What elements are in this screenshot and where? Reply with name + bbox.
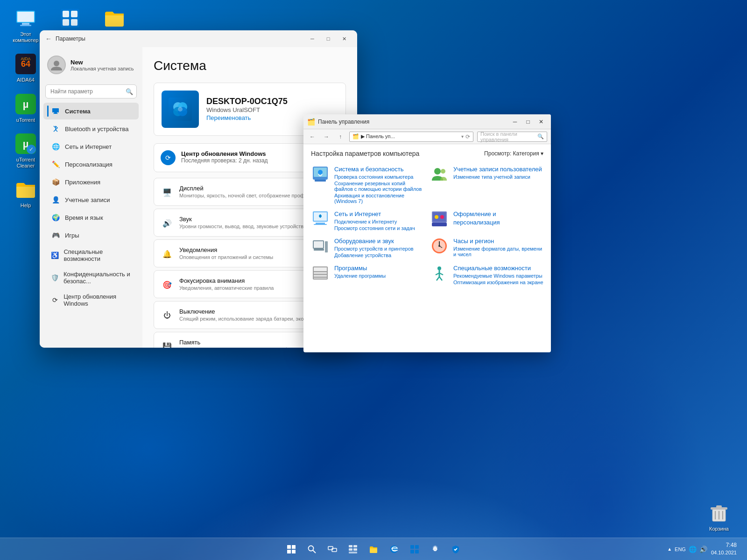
desktop-icon-aida64[interactable]: 64 AIDA AIDA64 (7, 53, 44, 83)
sidebar-item-accounts[interactable]: 👤 Учетные записи (43, 191, 139, 208)
taskbar-task-view-button[interactable] (323, 540, 342, 559)
taskbar-date-display: 04.10.2021 (711, 549, 737, 556)
sidebar-item-time[interactable]: 🌍 Время и язык (43, 209, 139, 226)
settings-search-input[interactable] (45, 84, 137, 98)
settings-minimize-button[interactable]: ─ (305, 31, 320, 46)
systray-volume[interactable]: 🔊 (699, 546, 707, 553)
network-link-1[interactable]: Подключение к Интернету (334, 219, 424, 224)
desktop-icon-this-pc[interactable]: Этот компьютер (7, 7, 44, 43)
systray-arrow[interactable]: ▲ (667, 546, 672, 552)
user-accounts-title[interactable]: Учетные записи пользователей (453, 166, 542, 173)
taskbar-start-button[interactable] (282, 540, 301, 559)
cp-forward-button[interactable]: → (321, 132, 331, 142)
cp-category-clock[interactable]: Часы и регион Изменение форматов даты, в… (430, 237, 543, 258)
utorrent-label: uTorrent (16, 117, 35, 123)
system-security-link-2[interactable]: Сохранение резервных копий файлов с помо… (334, 181, 424, 192)
cp-up-button[interactable]: ↑ (335, 132, 345, 142)
appearance-title[interactable]: Оформление и персонализация (453, 210, 500, 226)
svg-rect-80 (353, 548, 357, 551)
cp-view-select[interactable]: Просмотр: Категория ▾ (484, 150, 543, 157)
cp-category-network[interactable]: Сеть и Интернет Подключение к Интернету … (311, 210, 424, 231)
hardware-title[interactable]: Оборудование и звук (334, 238, 394, 245)
taskbar-widgets-button[interactable] (344, 540, 362, 559)
clock-title[interactable]: Часы и регион (453, 238, 494, 245)
cp-close-button[interactable]: ✕ (535, 117, 547, 127)
system-security-link-1[interactable]: Проверка состояния компьютера (334, 174, 424, 180)
svg-rect-71 (287, 550, 291, 553)
sidebar-item-bluetooth[interactable]: Bluetooth и устройства (43, 120, 139, 137)
sidebar-item-gaming[interactable]: 🎮 Игры (43, 227, 139, 244)
user-section[interactable]: New Локальная учетная запись (40, 51, 142, 79)
systray-network[interactable]: 🌐 (689, 546, 697, 553)
network-info: Сеть и Интернет Подключение к Интернету … (334, 210, 424, 231)
accessibility-link-2[interactable]: Оптимизация изображения на экране (453, 280, 543, 285)
settings-search-box[interactable]: 🔍 (45, 84, 137, 98)
taskbar-clock[interactable]: 7:48 04.10.2021 (711, 541, 737, 556)
sound-text: Звук Уровни громкости, вывод, ввод, звук… (179, 216, 306, 229)
taskbar-settings-button[interactable] (426, 540, 444, 559)
sidebar-item-windows-update[interactable]: ⟳ Центр обновления Windows (43, 289, 139, 311)
taskbar-security-button[interactable] (446, 540, 465, 559)
system-security-title[interactable]: Система и безопасность (334, 166, 404, 173)
desktop-icon-recycle-bin[interactable]: Корзина (700, 502, 738, 532)
cp-category-hardware[interactable]: Оборудование и звук Просмотр устройств и… (311, 237, 424, 258)
sidebar-item-personalization[interactable]: ✏️ Персонализация (43, 156, 139, 173)
system-security-link-3[interactable]: Архивация и восстановление (Windows 7) (334, 193, 424, 204)
cp-category-user-accounts[interactable]: Учетные записи пользователей Изменение т… (430, 165, 543, 204)
network-link-2[interactable]: Просмотр состояния сети и задач (334, 225, 424, 231)
taskbar-control-panel-pinned[interactable] (405, 540, 424, 559)
sidebar-personalization-label: Персонализация (65, 161, 113, 168)
cp-address-dropdown[interactable]: ▾ (461, 134, 464, 139)
taskbar-search-button[interactable] (303, 540, 321, 559)
accessibility-link-1[interactable]: Рекомендуемые Windows параметры (453, 273, 543, 279)
user-name: New (70, 59, 134, 66)
appearance-icon (430, 210, 449, 228)
programs-title[interactable]: Программы (334, 265, 367, 272)
cp-back-button[interactable]: ← (307, 132, 317, 142)
settings-close-button[interactable]: ✕ (337, 31, 352, 46)
settings-maximize-button[interactable]: □ (321, 31, 336, 46)
cp-category-programs[interactable]: Программы Удаление программы (311, 264, 424, 285)
hardware-link-1[interactable]: Просмотр устройств и принтеров (334, 246, 424, 252)
desktop-icon-help[interactable]: Help (7, 178, 44, 209)
cp-category-system-security[interactable]: Система и безопасность Проверка состояни… (311, 165, 424, 204)
sidebar-item-system[interactable]: Система (43, 103, 139, 119)
sidebar-item-privacy[interactable]: 🛡️ Конфиденциальность и безопас... (43, 267, 139, 288)
cp-minimize-button[interactable]: ─ (509, 117, 521, 127)
windows-logo-inner (162, 91, 199, 128)
rename-link[interactable]: Переименовать (206, 114, 251, 121)
svg-text:µ: µ (23, 98, 29, 110)
user-accounts-link-1[interactable]: Изменение типа учетной записи (453, 174, 543, 180)
settings-title: Параметры (56, 35, 85, 42)
desktop-icon-utorrent-cleaner[interactable]: µ ✓ uTorrent Cleaner (7, 133, 44, 169)
sidebar-item-accessibility[interactable]: ♿ Специальные возможности (43, 245, 139, 266)
sidebar-gaming-label: Игры (65, 232, 79, 239)
sidebar-item-network[interactable]: 🌐 Сеть и Интернет (43, 138, 139, 155)
svg-line-67 (437, 277, 439, 280)
clock-link-1[interactable]: Изменение форматов даты, времени и чисел (453, 246, 543, 257)
cp-category-accessibility[interactable]: Специальные возможности Рекомендуемые Wi… (430, 264, 543, 285)
cp-view-value[interactable]: Категория ▾ (513, 150, 543, 157)
systray-lang[interactable]: ENG (675, 546, 686, 552)
cp-search-box[interactable]: Поиск в панели управления 🔍 (477, 132, 547, 142)
cp-maximize-button[interactable]: □ (522, 117, 534, 127)
programs-link-1[interactable]: Удаление программы (334, 273, 424, 279)
cp-address-bar[interactable]: 🗂️ ▶ Панель уп... ▾ ⟳ (349, 132, 473, 142)
sidebar-item-apps[interactable]: 📦 Приложения (43, 174, 139, 190)
cp-refresh-button[interactable]: ⟳ (465, 133, 470, 140)
cp-category-appearance[interactable]: Оформление и персонализация (430, 210, 543, 231)
storage-desc: Дисковое пространство, диски, правила ко… (179, 347, 310, 348)
accessibility-cp-title[interactable]: Специальные возможности (453, 265, 531, 272)
svg-rect-52 (314, 249, 324, 251)
display-title: Дисплей (179, 185, 313, 192)
desktop-icon-utorrent[interactable]: µ uTorrent (7, 93, 44, 123)
taskbar-explorer-button[interactable] (364, 540, 383, 559)
settings-back-button[interactable]: ← (45, 35, 52, 42)
taskbar-edge-button[interactable] (385, 540, 403, 559)
sidebar-apps-label: Приложения (65, 179, 100, 186)
network-title[interactable]: Сеть и Интернет (334, 210, 381, 217)
notifications-icon: 🔔 (161, 247, 174, 260)
hardware-link-2[interactable]: Добавление устройства (334, 252, 424, 258)
settings-sidebar: New Локальная учетная запись 🔍 Система (40, 47, 142, 348)
os-name: Windows UralSOFT (206, 106, 288, 113)
